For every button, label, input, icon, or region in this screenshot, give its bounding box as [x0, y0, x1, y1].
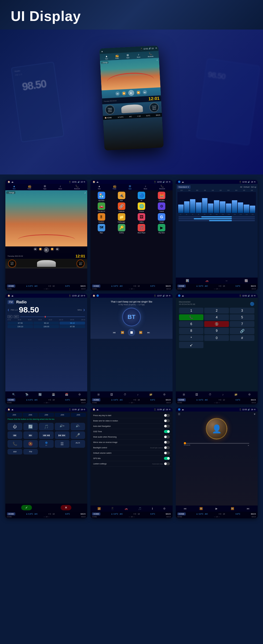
steer-mode[interactable]: 🔄 [23, 423, 38, 430]
bt-music-icon[interactable]: ♪ [137, 392, 139, 396]
preset-4[interactable]: 106.10 [8, 325, 33, 328]
steer-mic[interactable]: 🎤 [71, 431, 85, 439]
phone-keypad[interactable]: 1 2 3 📞 4 5 6 📵 7 8 9 🔗 * 0 # [179, 308, 254, 348]
preset-2[interactable]: 90.10 [34, 322, 59, 325]
bt-fast-forward[interactable]: ⏭ [146, 330, 151, 335]
music-home-btn[interactable]: HOME [177, 512, 186, 515]
eq-icon-car[interactable]: 🚗 [205, 279, 209, 283]
radio-prev-btn[interactable]: ❮ [8, 309, 9, 311]
toggle-navi[interactable] [164, 425, 170, 428]
radio-search-icon[interactable]: 🔍 [12, 392, 16, 396]
key-4[interactable]: 4 [204, 314, 229, 320]
phone-grid-icon[interactable]: ⊞ [182, 392, 185, 396]
bt-settings-icon2[interactable]: ⚙ [163, 392, 166, 396]
phone-music-icon[interactable]: ♪ [222, 392, 224, 396]
settings-back-btn[interactable]: BACK [166, 513, 171, 515]
app-mcxkey[interactable]: 🔑mcxKey [112, 224, 131, 234]
app-musicplayer[interactable]: 🎵Music Player [132, 224, 151, 234]
steer-menu[interactable]: ☰ [55, 440, 70, 448]
nav-bar-home[interactable]: ▲Navi 📻Radio ⊞Apps ♪Music 📞Bluetooth [5, 184, 87, 190]
key-8[interactable]: 8 [179, 328, 204, 334]
preset-1[interactable]: 87.50 [8, 322, 33, 325]
key-6[interactable]: 6 [179, 321, 204, 327]
eq-preset-label[interactable]: Standard ∨ [177, 185, 191, 189]
bt-rewind[interactable]: ⏮ [112, 330, 117, 335]
settings-icons-bar[interactable]: 📶 📱 🚗 🎵 ℹ ⚙ [90, 505, 172, 512]
app-calculator[interactable]: 🧮Calculator [152, 192, 171, 201]
steer-mute[interactable]: 🔕 [23, 440, 38, 448]
radio-icons-bar[interactable]: 🔍 📡 🔄 💾 📅 ⚙ [5, 391, 87, 398]
key-0[interactable]: 0 [204, 335, 229, 341]
bt-controls[interactable]: ⏮ ⏪ ⏹ ⏩ ⏭ [112, 329, 151, 336]
steer-phone[interactable]: 📞 [8, 440, 22, 448]
steer-fwd[interactable]: ⏭⏭ [55, 431, 70, 439]
eq-home-btn[interactable]: HOME [177, 285, 186, 288]
key-hash[interactable]: # [230, 335, 254, 341]
toggle-backlight[interactable] [164, 446, 170, 449]
phone-back-btn[interactable]: BACK [251, 399, 256, 401]
music-fast-forward-icon[interactable]: ⏩ [230, 507, 235, 511]
bt-back-btn[interactable]: BACK [166, 399, 171, 401]
phone-icons-bar[interactable]: ⊞ 🖼 ⏱ ♪ 📁 ⚙ [176, 391, 258, 398]
steer-music[interactable]: 🎵 [39, 423, 54, 430]
key-3[interactable]: 3 [230, 308, 254, 314]
radio-home-btn[interactable]: HOME [7, 398, 15, 401]
key-7[interactable]: 7 [230, 321, 254, 327]
radio-mo-btn[interactable]: MO [14, 315, 19, 318]
phone-home-btn[interactable]: HOME [177, 398, 186, 401]
radio-loop-icon[interactable]: 🔄 [38, 392, 42, 396]
phone-folder-icon[interactable]: 📁 [234, 392, 238, 396]
bt-next[interactable]: ⏩ [138, 330, 143, 335]
key-1[interactable]: 1 [179, 308, 204, 314]
bt-prev[interactable]: ⏪ [120, 330, 125, 335]
music-rewind-icon[interactable]: ⏪ [199, 507, 203, 511]
app-maps[interactable]: 🗺Maps [92, 224, 111, 234]
bt-image-icon[interactable]: 🖼 [110, 392, 114, 396]
settings-phone-icon[interactable]: 📱 [110, 507, 115, 511]
radio-antenna-icon[interactable]: 📡 [25, 392, 29, 396]
key-call[interactable]: 📞 [179, 314, 204, 320]
music-skip-back-icon[interactable]: ⏮ [183, 507, 187, 511]
app-aux[interactable]: 🔌AUX [112, 192, 131, 201]
settings-music-icon2[interactable]: 🎵 [138, 507, 142, 511]
radio-settings-icon[interactable]: ⚙ [78, 392, 81, 396]
steering-confirm-row[interactable]: ✓ ✕ [5, 504, 87, 512]
eq-back-btn[interactable]: BACK [251, 285, 256, 287]
radio-back-btn[interactable]: BACK [81, 399, 86, 401]
preset-3[interactable]: 98.10 [60, 322, 85, 325]
steering-buttons-grid[interactable]: ⏻ 🔄 🎵 🔊+ 🔊- ⏮ ⏭ ⏮⏮ ⏭⏭ 🎤 📞 🔕 🔵BT ☰ AUX AM [7, 422, 86, 455]
settings-wifi-icon[interactable]: 📶 [97, 507, 101, 511]
toggle-press-key[interactable] [164, 414, 170, 417]
toggle-lantern[interactable] [164, 462, 170, 465]
phone-settings-icon[interactable]: ⚙ [248, 392, 251, 396]
preset-5[interactable]: 108.00 [34, 325, 59, 328]
apps-back-btn[interactable]: BACK [166, 285, 171, 287]
toggle-mirror[interactable] [164, 441, 170, 444]
toggle-volume[interactable] [164, 452, 170, 454]
apps-home-btn[interactable]: HOME [92, 285, 100, 288]
music-icons-bar[interactable]: ⏮ ⏪ ▶ ⏩ ⏭ [176, 505, 258, 512]
radio-presets[interactable]: 87.50 90.10 98.10 106.10 108.00 87.50 [8, 322, 85, 328]
bt-icons-bar[interactable]: ⊞ 🖼 ⏱ ♪ 📁 ⚙ [90, 391, 172, 398]
bt-home-btn[interactable]: HOME [92, 398, 100, 401]
app-appstore[interactable]: 🏪App Store [92, 192, 111, 201]
app-carbitlink[interactable]: 🔗CarbitLink [112, 202, 131, 212]
bt-clock-icon[interactable]: ⏱ [123, 392, 127, 396]
bt-grid-icon[interactable]: ⊞ [97, 392, 100, 396]
key-backspace[interactable]: ↙ [179, 342, 204, 348]
music-play-icon[interactable]: ▶ [215, 507, 218, 511]
key-end[interactable]: 📵 [204, 321, 229, 327]
app-google[interactable]: GGoogle [152, 213, 171, 223]
steering-confirm-btn[interactable]: ✓ [21, 505, 32, 510]
steer-vol-up[interactable]: 🔊+ [55, 423, 70, 430]
app-bt[interactable]: 🔵BT [132, 192, 151, 201]
key-5[interactable]: 5 [230, 314, 254, 320]
steer-bt[interactable]: 🔵BT [39, 440, 54, 448]
steer-next2[interactable]: ⏭ [23, 431, 38, 439]
bt-folder-icon[interactable]: 📁 [149, 392, 153, 396]
steer-fm[interactable]: FM [23, 449, 38, 454]
steer-aux[interactable]: AUX [71, 440, 85, 448]
app-control[interactable]: ⚙Control [152, 202, 171, 212]
eq-icons-bar[interactable]: 📊 🚗 ↔ 📈 [176, 278, 258, 284]
music-progress-bar[interactable] [184, 443, 249, 444]
